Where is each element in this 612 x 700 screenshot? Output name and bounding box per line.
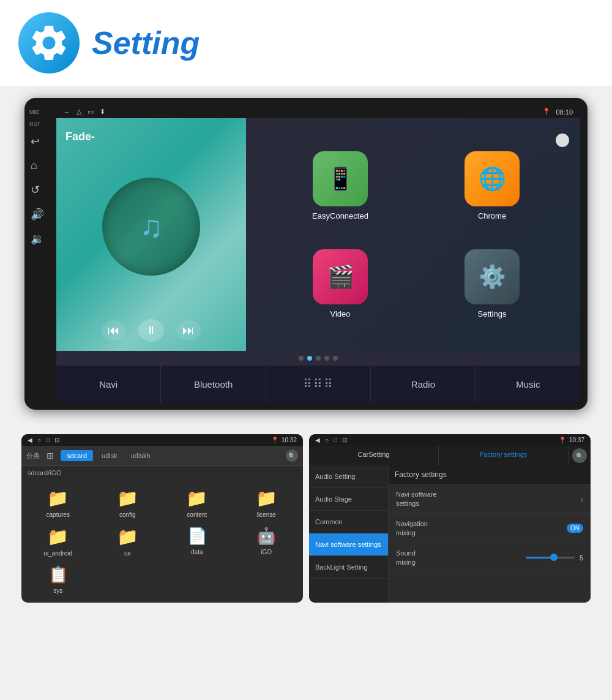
st-status-right: 📍 10:37	[559, 437, 584, 443]
settings-left-menu: Audio Setting Audio Stage Common Navi so…	[309, 465, 389, 603]
st-recents-icon[interactable]: □	[334, 437, 337, 443]
st-home-icon[interactable]: ○	[325, 437, 329, 443]
home-icon[interactable]: ⌂	[31, 159, 44, 172]
chrome-icon: 🌐	[465, 151, 520, 206]
file-sys[interactable]: 📋 sys	[28, 565, 89, 594]
igo-label: iGO	[261, 549, 272, 555]
time-display: 08:10	[556, 108, 573, 116]
nav-bluetooth[interactable]: Bluetooth	[161, 366, 266, 402]
settings-right-content: Factory settings Navi software settings …	[389, 465, 591, 603]
music-note-icon: ♫	[140, 209, 163, 244]
download-icon: ⬇	[100, 108, 105, 116]
mic-label: MIC	[29, 109, 40, 115]
file-config[interactable]: 📁 config	[97, 488, 159, 518]
option-navi-software[interactable]: Navi software settings ›	[389, 484, 591, 514]
udisk-tab[interactable]: udisk	[97, 450, 122, 461]
status-bar-left: ← △ ▭ ⬇	[64, 108, 105, 116]
captures-label: captures	[47, 511, 70, 518]
nav-navi[interactable]: Navi	[56, 366, 161, 402]
recents-nav-icon[interactable]: ▭	[88, 108, 94, 116]
file-captures[interactable]: 📁 captures	[28, 488, 89, 518]
dot-1	[299, 356, 304, 361]
carsetting-tab[interactable]: CarSetting	[309, 446, 439, 465]
sound-slider-value: 5	[580, 554, 583, 562]
folder-icon: 📁	[47, 488, 69, 508]
nav-apps[interactable]: ⠿⠿⠿	[266, 366, 371, 402]
grid-icon: ⊞	[47, 451, 54, 461]
menu-audio-setting[interactable]: Audio Setting	[309, 465, 388, 488]
file-data[interactable]: 📄 data	[166, 527, 228, 557]
nav-mixing-label1: Navigation	[396, 520, 428, 527]
nav-mixing-toggle[interactable]: ON	[567, 524, 583, 533]
file-content[interactable]: 📁 content	[166, 488, 228, 518]
option-nav-mixing[interactable]: Navigation mixing ON	[389, 514, 591, 543]
page-dots	[56, 351, 580, 366]
header-section: Setting	[0, 0, 612, 86]
home-nav-icon[interactable]: △	[76, 108, 81, 116]
prev-button[interactable]: ⏮	[102, 320, 126, 341]
settings-label: Settings	[478, 309, 507, 318]
music-title: Fade-	[65, 130, 95, 143]
play-pause-button[interactable]: ⏸	[138, 319, 164, 342]
music-disc: ♫	[102, 178, 200, 276]
fm-status-right: 📍 10:32	[271, 437, 297, 443]
license-label: license	[257, 511, 276, 518]
sys-icon: 📋	[48, 565, 68, 584]
dot-4	[324, 356, 329, 361]
fm-back-icon[interactable]: ◀	[28, 437, 32, 443]
easyconnected-label: EasyConnected	[312, 211, 368, 220]
factory-settings-tab[interactable]: Factory settings	[439, 446, 569, 465]
bottom-panels: ◀ ○ □ ⊡ 📍 10:32 分类 ⊞ sdcard udisk udiskh…	[0, 422, 612, 615]
sys-label: sys	[53, 587, 62, 594]
st-notify-icon: ⊡	[342, 437, 347, 443]
settings-status-left: ◀ ○ □ ⊡	[315, 437, 347, 443]
rst-label: RST	[29, 121, 40, 127]
menu-audio-stage[interactable]: Audio Stage	[309, 488, 388, 511]
vol-down-icon[interactable]: 🔉	[31, 232, 44, 246]
fm-recents-icon[interactable]: □	[46, 437, 50, 443]
menu-common[interactable]: Common	[309, 511, 388, 533]
ui-android-label: ui_android	[43, 550, 72, 557]
udiskh-tab[interactable]: udiskh	[126, 450, 155, 461]
file-license[interactable]: 📁 license	[236, 488, 297, 518]
gear-icon	[18, 12, 80, 73]
nav-music[interactable]: Music	[476, 366, 580, 402]
file-manager-status-bar: ◀ ○ □ ⊡ 📍 10:32	[21, 434, 303, 446]
vol-up-icon[interactable]: 🔊	[31, 208, 44, 221]
sdcard-tab[interactable]: sdcard	[61, 450, 93, 461]
back-nav-icon[interactable]: ←	[64, 108, 70, 116]
app-easyconnected[interactable]: 📱 EasyConnected	[312, 151, 368, 220]
file-tabs: 分类 ⊞ sdcard udisk udiskh 🔍	[21, 446, 303, 466]
navi-chevron-icon: ›	[580, 494, 583, 504]
nav-mixing-label2: mixing	[396, 529, 428, 536]
navi-option-label-container: Navi software settings	[396, 491, 437, 507]
st-location-icon: 📍	[559, 437, 566, 443]
app-video[interactable]: 🎬 Video	[313, 249, 368, 318]
option-sound-mixing: Sound mixing 5	[389, 543, 591, 573]
back-icon[interactable]: ↩	[31, 135, 44, 148]
music-player: Fade- ♫ ⏮ ⏸ ⏭	[56, 118, 246, 351]
next-button[interactable]: ⏭	[176, 320, 201, 341]
sound-slider-thumb	[550, 554, 558, 561]
settings-search-btn[interactable]: 🔍	[572, 448, 587, 463]
fm-location-icon: 📍	[271, 437, 278, 443]
app-chrome[interactable]: 🌐 Chrome	[465, 151, 520, 220]
video-label: Video	[330, 309, 350, 318]
sound-slider-container[interactable]: 5	[526, 554, 583, 562]
file-ux[interactable]: 📁 ux	[97, 527, 159, 557]
file-manager-panel: ◀ ○ □ ⊡ 📍 10:32 分类 ⊞ sdcard udisk udiskh…	[21, 434, 303, 603]
location-icon: 📍	[542, 108, 551, 116]
settings-tabs: CarSetting Factory settings 🔍	[309, 446, 591, 465]
fm-home-icon[interactable]: ○	[37, 437, 41, 443]
menu-navi-software[interactable]: Navi software settings	[309, 533, 388, 556]
settings-content: Audio Setting Audio Stage Common Navi so…	[309, 465, 591, 603]
file-igo[interactable]: 🤖 iGO	[236, 527, 297, 557]
search-button[interactable]: 🔍	[286, 450, 298, 462]
st-back-icon[interactable]: ◀	[315, 437, 320, 443]
menu-backlight[interactable]: BackLight Setting	[309, 556, 388, 579]
nav-radio[interactable]: Radio	[371, 366, 476, 402]
file-ui-android[interactable]: 📁 ui_android	[28, 527, 89, 557]
app-settings[interactable]: ⚙️ Settings	[465, 249, 520, 318]
sound-mixing-label2: mixing	[396, 559, 416, 566]
undo-icon[interactable]: ↺	[31, 183, 44, 197]
